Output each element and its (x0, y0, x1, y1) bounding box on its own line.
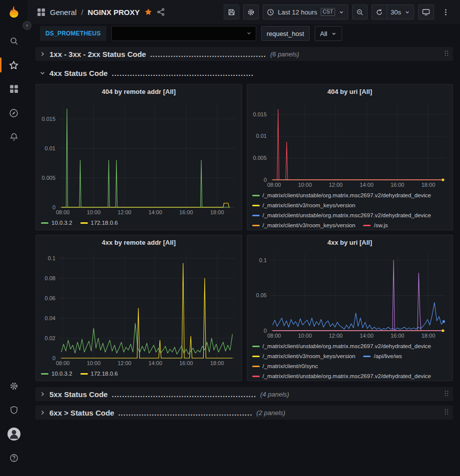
svg-text:08:00: 08:00 (56, 209, 70, 215)
person-icon (7, 428, 20, 441)
svg-text:14:00: 14:00 (360, 182, 374, 188)
dashboard-row-6xx[interactable]: 6xx > Status Code ......................… (35, 406, 453, 420)
sidebar-item-search[interactable] (0, 29, 27, 53)
legend-item[interactable]: /_matrix/client/unstable/org.matrix.msc2… (252, 342, 432, 351)
save-icon (228, 8, 235, 16)
svg-text:18:00: 18:00 (421, 333, 435, 339)
panel-title[interactable]: 404 by uri [All] (247, 84, 453, 98)
datasource-variable[interactable]: DS_PROMETHEUS (40, 26, 106, 41)
request-host-value: All (320, 30, 327, 37)
row-title-dots: ........................................… (112, 390, 256, 399)
tv-mode-icon (422, 8, 430, 16)
svg-text:0.015: 0.015 (41, 116, 55, 122)
legend-item[interactable]: 172.18.0.6 (80, 370, 118, 378)
refresh-button[interactable] (372, 4, 387, 19)
row-title: 4xx Status Code (49, 69, 108, 77)
tv-mode-button[interactable] (418, 4, 434, 19)
svg-text:0.005: 0.005 (41, 175, 55, 181)
chevron-down-icon (339, 9, 344, 15)
refresh-interval-dropdown[interactable]: 30s (387, 4, 414, 19)
kebab-menu-button[interactable] (438, 4, 453, 19)
save-dashboard-button[interactable] (224, 4, 239, 19)
sidebar-expand-button[interactable]: › (22, 21, 31, 30)
legend-item[interactable]: /_matrix/client/r0/sync (252, 362, 318, 371)
sidebar-item-explore[interactable] (0, 101, 27, 125)
legend-color-mark (363, 356, 371, 357)
legend-series-name: /_matrix/client/unstable/org.matrix.msc2… (263, 211, 432, 220)
sidebar-item-configuration[interactable] (0, 374, 27, 398)
panel-legend: /_matrix/client/unstable/org.matrix.msc2… (247, 341, 453, 381)
svg-text:08:00: 08:00 (56, 360, 70, 366)
request-host-label: request_host (261, 26, 310, 41)
dashboard-row-4xx[interactable]: 4xx Status Code ........................… (35, 66, 453, 80)
svg-text:0.08: 0.08 (45, 275, 55, 281)
svg-text:0.005: 0.005 (253, 155, 267, 161)
legend-item[interactable]: /_matrix/client/unstable/org.matrix.msc2… (252, 211, 432, 220)
svg-text:18:00: 18:00 (210, 209, 224, 215)
clock-icon (267, 8, 274, 16)
legend-item[interactable]: 172.18.0.6 (80, 219, 118, 227)
legend-color-mark (363, 225, 371, 226)
chart-canvas[interactable]: 00.0050.010.01508:0010:0012:0014:0016:00… (248, 98, 450, 190)
redacted-variable-dropdown[interactable] (111, 26, 256, 41)
row-drag-handle[interactable] (444, 409, 449, 417)
panel-title[interactable]: 404 by remote addr [All] (36, 84, 242, 98)
svg-text:14:00: 14:00 (148, 360, 162, 366)
legend-item[interactable]: /_matrix/client/unstable/org.matrix.msc2… (252, 191, 432, 200)
favorite-star-icon[interactable] (144, 8, 152, 16)
chevron-down-icon (405, 9, 410, 15)
chevron-right-icon (39, 410, 45, 416)
legend-series-name: 172.18.0.6 (91, 370, 118, 378)
profile-avatar (7, 428, 20, 441)
breadcrumb-section[interactable]: General (50, 8, 76, 16)
chart-canvas[interactable]: 00.050.108:0010:0012:0014:0016:0018:00 (248, 249, 450, 341)
help-question-icon (9, 454, 18, 463)
panel-title[interactable]: 4xx by uri [All] (247, 235, 453, 249)
time-range-picker[interactable]: Last 12 hours CST (263, 4, 348, 19)
dashboard-settings-button[interactable] (243, 4, 259, 19)
legend-item[interactable]: /_matrix/client/v3/room_keys/version (252, 352, 356, 361)
legend-item[interactable]: /api/live/ws (363, 352, 402, 361)
time-range-label: Last 12 hours (278, 8, 317, 16)
chevron-right-icon (39, 51, 45, 57)
sidebar-item-help[interactable] (0, 446, 27, 470)
request-host-dropdown[interactable]: All (315, 26, 342, 41)
grafana-logo[interactable] (6, 5, 21, 20)
panel-title[interactable]: 4xx by remote addr [All] (36, 235, 242, 249)
topbar-actions: Last 12 hours CST 30s (224, 4, 453, 19)
row-drag-handle[interactable] (444, 390, 449, 398)
dashboard-row-1xx-2xx-3xx[interactable]: 1xx - 3xx - 2xx Status Code ............… (35, 47, 453, 61)
alerting-bell-icon (9, 132, 18, 141)
refresh-interval-value: 30s (391, 8, 401, 16)
sidebar-item-profile[interactable] (0, 422, 27, 446)
svg-text:08:00: 08:00 (267, 333, 281, 339)
sidebar-item-alerting[interactable] (0, 125, 27, 149)
legend-series-name: /_matrix/client/v3/room_keys/version (263, 201, 356, 210)
row-drag-handle[interactable] (444, 50, 449, 58)
chart-canvas[interactable]: 00.020.040.060.080.108:0010:0012:0014:00… (37, 249, 239, 368)
legend-series-name: /_matrix/client/r0/sync (263, 362, 318, 371)
legend-item[interactable]: /_matrix/client/v3/room_keys/version (252, 221, 356, 230)
panel-4: 4xx by uri [All]00.050.108:0010:0012:001… (247, 235, 454, 381)
svg-text:0: 0 (52, 355, 55, 361)
legend-item[interactable]: /sw.js (363, 221, 388, 230)
legend-item[interactable]: 10.0.3.2 (41, 219, 72, 227)
sidebar-item-starred[interactable] (0, 53, 27, 77)
sidebar-item-server-admin[interactable] (0, 398, 27, 422)
legend-color-mark (80, 373, 88, 375)
share-icon[interactable] (157, 8, 165, 16)
svg-text:0: 0 (263, 177, 266, 183)
kebab-menu-icon (442, 8, 450, 16)
legend-item[interactable]: /_matrix/client/unstable/org.matrix.msc2… (252, 372, 432, 381)
chart-canvas[interactable]: 00.0050.010.01508:0010:0012:0014:0016:00… (37, 98, 239, 217)
sidebar-item-dashboards[interactable] (0, 77, 27, 101)
legend-item[interactable]: 10.0.3.2 (41, 370, 72, 378)
sidebar-bottom-group (0, 374, 27, 470)
zoom-out-button[interactable] (352, 4, 368, 19)
legend-color-mark (41, 373, 48, 375)
legend-series-name: /_matrix/client/unstable/org.matrix.msc2… (263, 372, 432, 381)
grafana-flame-icon (6, 5, 21, 20)
legend-item[interactable]: /_matrix/client/v3/room_keys/version (252, 201, 356, 210)
dashboard-row-5xx[interactable]: 5xx Status Code ........................… (35, 387, 453, 401)
dashboard-title[interactable]: NGINX PROXY (88, 8, 140, 16)
